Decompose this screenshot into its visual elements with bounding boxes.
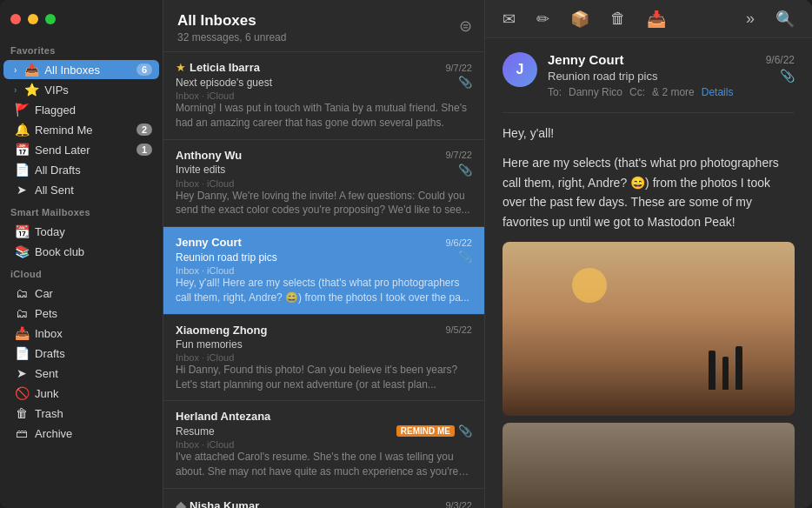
sidebar-item-label-archive: Archive [35, 427, 152, 440]
sidebar-item-icon-archive: 🗃 [14, 426, 30, 440]
reply-icon[interactable]: ✏ [533, 6, 553, 32]
email-item-4[interactable]: Xiaomeng Zhong9/5/22Fun memoriesInbox · … [163, 315, 484, 402]
email-subject: Reunion road trip pics [548, 70, 657, 83]
vip-icon: ◆ [176, 498, 186, 508]
sidebar-item-label-sent: Sent [35, 367, 152, 380]
email-preview-2: Hey Danny, We're loving the invite! A fe… [176, 189, 472, 218]
email-row2-3: Reunion road trip pics📎 [176, 251, 472, 264]
sidebar-item-icon-drafts: 📄 [14, 346, 30, 360]
sidebar-item-label-all-drafts: All Drafts [35, 164, 152, 177]
sidebar-item-flagged[interactable]: 🚩Flagged [3, 100, 159, 119]
email-list-title: All Inboxes [177, 12, 470, 30]
titlebar [0, 0, 163, 38]
sidebar-item-label-pets: Pets [35, 307, 152, 320]
sidebar-item-car[interactable]: 🗂Car [3, 284, 159, 303]
filter-icon[interactable]: ⊜ [459, 17, 472, 36]
sidebar-item-icon-sent: ➤ [14, 366, 30, 380]
email-subject-5: Resume [176, 425, 391, 438]
email-meta-5: Inbox · iCloud [176, 439, 472, 450]
email-image-2 [503, 423, 795, 508]
search-icon[interactable]: 🔍 [772, 6, 798, 32]
sidebar-item-all-drafts[interactable]: 📄All Drafts [3, 160, 159, 179]
silhouette-3 [735, 346, 742, 390]
archive-toolbar-icon[interactable]: 📦 [567, 6, 593, 32]
email-list-subtitle: 32 messages, 6 unread [177, 31, 470, 43]
sidebar-item-drafts[interactable]: 📄Drafts [3, 344, 159, 363]
detail-toolbar: ✉ ✏ 📦 🗑 📥 » 🔍 [485, 0, 812, 38]
move-icon[interactable]: 📥 [643, 6, 669, 32]
sidebar-section-label-smart-mailboxes: Smart Mailboxes [0, 200, 163, 221]
detail-pane: ✉ ✏ 📦 🗑 📥 » 🔍 J Jenny Court 9/6/22 Reuni… [485, 0, 812, 508]
sidebar-item-remind-me[interactable]: 🔔Remind Me2 [3, 120, 159, 139]
email-item-1[interactable]: ★Leticia Ibarra9/7/22Next episode's gues… [163, 52, 484, 140]
more-icon[interactable]: » [742, 6, 758, 31]
sidebar-item-send-later[interactable]: 📅Send Later1 [3, 140, 159, 159]
detail-header: J Jenny Court 9/6/22 Reunion road trip p… [503, 52, 795, 98]
sidebar-item-label-junk: Junk [35, 387, 152, 400]
close-button[interactable] [10, 14, 21, 24]
sidebar-item-junk[interactable]: 🚫Junk [3, 384, 159, 403]
email-row1-2: Anthony Wu9/7/22 [176, 149, 472, 162]
email-item-5[interactable]: Herland AntezanaResumeREMIND ME📎Inbox · … [163, 401, 484, 489]
star-icon: ★ [176, 61, 186, 74]
sender-avatar: J [503, 52, 537, 87]
sidebar-item-icon-all-inboxes: 📥 [23, 63, 39, 77]
sidebar-item-inbox[interactable]: 📥Inbox [3, 324, 159, 343]
sidebar-item-book-club[interactable]: 📚Book club [3, 242, 159, 261]
sidebar-badge-all-inboxes: 6 [136, 64, 152, 76]
sidebar-item-pets[interactable]: 🗂Pets [3, 304, 159, 323]
attachment-indicator: 📎 [458, 76, 472, 89]
email-row1-6: ◆Nisha Kumar9/3/22 [176, 498, 472, 508]
maximize-button[interactable] [45, 14, 56, 24]
sidebar-item-label-inbox: Inbox [35, 327, 152, 340]
delete-icon[interactable]: 🗑 [607, 6, 629, 31]
sidebar-item-label-trash: Trash [35, 407, 152, 420]
chevron-icon: › [14, 65, 17, 75]
from-row: Jenny Court 9/6/22 [548, 52, 795, 67]
silhouette-group [709, 346, 742, 390]
body-greeting: Hey, y'all! [503, 124, 795, 143]
from-name: Jenny Court [548, 52, 624, 67]
sidebar-item-all-inboxes[interactable]: ›📥All Inboxes6 [3, 60, 159, 79]
email-item-3[interactable]: Jenny Court9/6/22Reunion road trip pics📎… [163, 227, 484, 315]
email-item-6[interactable]: ◆Nisha Kumar9/3/22Neighborhood gardenInb… [163, 489, 484, 508]
email-items: ★Leticia Ibarra9/7/22Next episode's gues… [163, 52, 484, 508]
email-row2-5: ResumeREMIND ME📎 [176, 424, 472, 438]
email-meta-3: Inbox · iCloud [176, 265, 472, 276]
email-item-2[interactable]: Anthony Wu9/7/22Invite edits📎Inbox · iCl… [163, 140, 484, 228]
sidebar-item-label-vips: VIPs [44, 84, 152, 97]
sidebar-item-icon-all-sent: ➤ [14, 183, 30, 197]
sidebar-item-all-sent[interactable]: ➤All Sent [3, 180, 159, 199]
email-sender-4: Xiaomeng Zhong [176, 324, 438, 337]
sidebar-section-label-icloud: iCloud [0, 262, 163, 283]
sidebar-item-label-send-later: Send Later [35, 144, 131, 157]
email-meta-2: Inbox · iCloud [176, 178, 472, 189]
silhouette-1 [709, 351, 715, 390]
detail-content: J Jenny Court 9/6/22 Reunion road trip p… [485, 38, 812, 508]
email-row1-3: Jenny Court9/6/22 [176, 236, 472, 249]
sidebar-item-trash[interactable]: 🗑Trash [3, 404, 159, 423]
chevron-icon: › [14, 85, 17, 95]
sidebar-item-label-all-sent: All Sent [35, 184, 152, 197]
email-sender-3: Jenny Court [176, 236, 438, 249]
sidebar-item-archive[interactable]: 🗃Archive [3, 424, 159, 443]
sidebar-item-icon-pets: 🗂 [14, 306, 30, 320]
detail-header-info: Jenny Court 9/6/22 Reunion road trip pic… [548, 52, 795, 98]
to-name: Danny Rico [569, 86, 622, 98]
email-row2-4: Fun memories [176, 338, 472, 351]
email-preview-5: I've attached Carol's resume. She's the … [176, 450, 472, 479]
compose-icon[interactable]: ✉ [499, 6, 519, 32]
email-subject-4: Fun memories [176, 338, 472, 351]
sun [572, 268, 607, 303]
email-image-1 [503, 242, 795, 416]
sidebar-section-label-favorites: Favorites [0, 38, 163, 59]
email-meta-4: Inbox · iCloud [176, 352, 472, 363]
details-link[interactable]: Details [702, 86, 734, 98]
cc-label: Cc: [629, 86, 645, 98]
sidebar-item-vips[interactable]: ›⭐VIPs [3, 80, 159, 99]
attachment-icon: 📎 [780, 69, 795, 83]
sidebar-item-label-all-inboxes: All Inboxes [44, 64, 131, 77]
sidebar-item-sent[interactable]: ➤Sent [3, 364, 159, 383]
minimize-button[interactable] [28, 14, 38, 24]
sidebar-item-today[interactable]: 📆Today [3, 222, 159, 241]
